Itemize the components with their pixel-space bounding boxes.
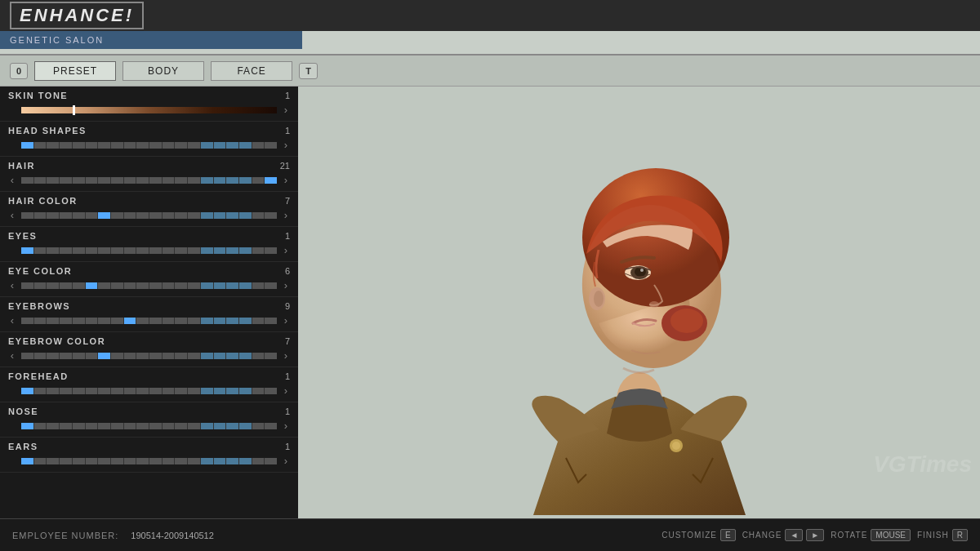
change-control: CHANGE ◄ ► [742, 529, 825, 541]
slider-row: › [0, 137, 298, 156]
menu-item[interactable]: EYEBROWS9‹› [0, 297, 298, 332]
change-key-right[interactable]: ► [806, 529, 824, 541]
customize-key[interactable]: E [720, 529, 736, 541]
arrow-right[interactable]: › [280, 174, 292, 186]
subtitle: GENETIC SALON [10, 35, 104, 45]
controls-section: CUSTOMIZE E CHANGE ◄ ► ROTATE MOUSE FINI… [662, 529, 968, 541]
slider-row: › [0, 418, 298, 437]
bottom-bar: EMPLOYEE NUMBER: 190514-2009140512 CUSTO… [0, 518, 980, 551]
finish-label: FINISH [917, 531, 949, 540]
menu-item-header: EYE COLOR6 [0, 262, 298, 278]
segment-track[interactable] [21, 458, 277, 464]
rotate-control: ROTATE MOUSE [831, 529, 911, 541]
employee-number: 190514-2009140512 [131, 531, 214, 540]
segment-track[interactable] [21, 318, 277, 324]
arrow-right[interactable]: › [280, 455, 292, 467]
arrow-right[interactable]: › [280, 244, 292, 256]
menu-item-header: HEAD SHAPES1 [0, 122, 298, 137]
slider-row: › [0, 242, 298, 261]
menu-item-header: SKIN TONE1 [0, 87, 298, 102]
face-button[interactable]: FACE [211, 61, 292, 81]
segment-track[interactable] [21, 423, 277, 429]
arrow-left[interactable]: ‹ [7, 174, 18, 186]
segment-track[interactable] [21, 388, 277, 394]
arrow-right[interactable]: › [280, 104, 292, 116]
menu-item-label: EYEBROW COLOR [8, 336, 105, 346]
segment-track[interactable] [21, 282, 277, 289]
menu-item-header: HAIR COLOR7 [0, 192, 298, 207]
menu-item[interactable]: HEAD SHAPES1› [0, 122, 298, 157]
finish-key[interactable]: R [952, 529, 968, 541]
slider-row: › [0, 383, 298, 402]
arrow-right[interactable]: › [280, 279, 292, 291]
gradient-track[interactable] [21, 107, 277, 113]
key-t[interactable]: T [299, 63, 318, 79]
menu-item[interactable]: NOSE1› [0, 402, 298, 438]
character-area [298, 87, 980, 518]
menu-item-header: NOSE1 [0, 402, 298, 418]
character-svg [435, 91, 844, 515]
change-label: CHANGE [742, 531, 782, 540]
slider-row: › [0, 453, 298, 472]
arrow-left[interactable]: ‹ [7, 349, 18, 362]
svg-point-13 [672, 442, 680, 450]
menu-item[interactable]: EYE COLOR6‹› [0, 262, 298, 297]
segment-track[interactable] [21, 353, 277, 359]
arrow-right[interactable]: › [280, 209, 292, 221]
slider-row: › [0, 102, 298, 121]
slider-row: ‹› [0, 348, 298, 367]
menu-item-header: EARS1 [0, 438, 298, 453]
arrow-right[interactable]: › [280, 420, 292, 432]
menu-item-label: FOREHEAD [8, 371, 69, 381]
body-button[interactable]: BODY [122, 61, 204, 81]
arrow-left[interactable]: ‹ [7, 209, 18, 221]
menu-item-label: NOSE [8, 407, 38, 416]
menu-item-label: EYES [8, 231, 37, 241]
segment-track[interactable] [21, 247, 277, 254]
customize-label: CUSTOMIZE [662, 531, 717, 540]
menu-item[interactable]: EYES1› [0, 227, 298, 262]
menu-item[interactable]: HAIR COLOR7‹› [0, 192, 298, 227]
menu-item-value: 9 [285, 301, 290, 311]
menu-item-value: 1 [285, 371, 290, 381]
menu-item[interactable]: EARS1› [0, 438, 298, 473]
menu-item[interactable]: FOREHEAD1› [0, 367, 298, 402]
employee-section: EMPLOYEE NUMBER: 190514-2009140512 [12, 531, 214, 540]
change-key-left[interactable]: ◄ [785, 529, 803, 541]
finish-control: FINISH R [917, 529, 968, 541]
toolbar: 0 PRESET BODY FACE T [0, 56, 980, 87]
menu-item-value: 1 [285, 442, 290, 451]
employee-label: EMPLOYEE NUMBER: [12, 531, 118, 540]
arrow-right[interactable]: › [280, 314, 292, 327]
rotate-key[interactable]: MOUSE [871, 529, 911, 541]
menu-item-header: EYEBROW COLOR7 [0, 332, 298, 348]
menu-item[interactable]: SKIN TONE1› [0, 87, 298, 122]
arrow-right[interactable]: › [280, 384, 292, 397]
key-0[interactable]: 0 [10, 63, 28, 79]
menu-item-header: FOREHEAD1 [0, 367, 298, 383]
menu-item-value: 6 [285, 266, 290, 276]
arrow-left[interactable]: ‹ [7, 279, 18, 291]
menu-item-label: SKIN TONE [8, 91, 68, 100]
preset-button[interactable]: PRESET [34, 61, 116, 81]
left-panel: SKIN TONE1›HEAD SHAPES1›HAIR21‹›HAIR COL… [0, 87, 298, 518]
segment-track[interactable] [21, 177, 277, 184]
slider-row: ‹› [0, 172, 298, 191]
arrow-right[interactable]: › [280, 139, 292, 151]
menu-item-label: EYEBROWS [8, 301, 70, 311]
menu-item-header: HAIR21 [0, 157, 298, 172]
logo: ENHANCE! [10, 2, 144, 29]
arrow-left[interactable]: ‹ [7, 314, 18, 327]
header: ENHANCE! GENETIC SALON [0, 0, 980, 56]
arrow-right[interactable]: › [280, 349, 292, 362]
menu-item[interactable]: HAIR21‹› [0, 157, 298, 192]
logo-bar: ENHANCE! [0, 0, 980, 31]
segment-track[interactable] [21, 212, 277, 219]
menu-item-value: 7 [285, 196, 290, 206]
menu-item-value: 1 [285, 91, 290, 100]
character-preview: VGTimes [298, 87, 980, 518]
segment-track[interactable] [21, 142, 277, 149]
menu-item-label: HAIR COLOR [8, 196, 78, 206]
menu-item-label: HEAD SHAPES [8, 126, 87, 136]
menu-item[interactable]: EYEBROW COLOR7‹› [0, 332, 298, 367]
